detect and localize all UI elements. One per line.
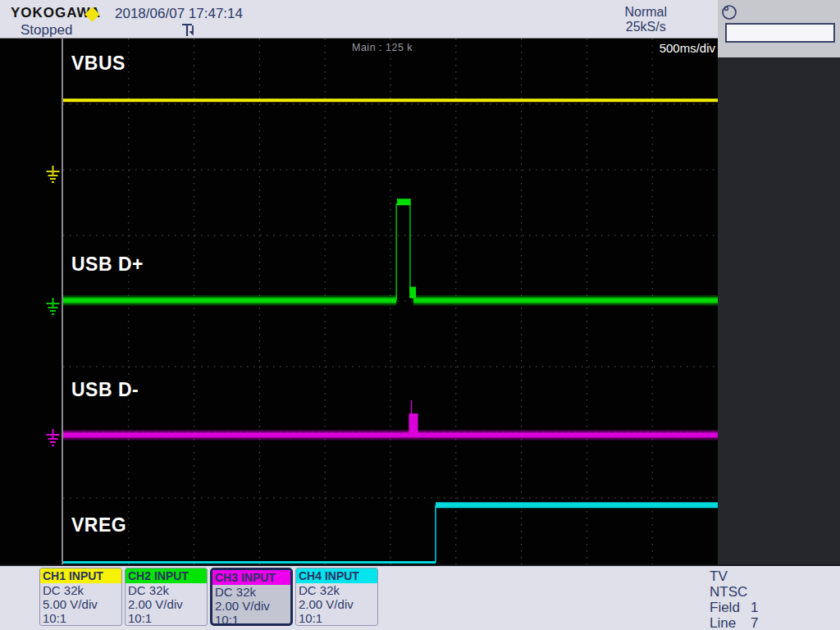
trace-label-usb-d-: USB D+ — [71, 253, 144, 276]
clock-icon — [720, 3, 738, 25]
line-label: Line — [710, 615, 751, 630]
trace-label-vbus: VBUS — [71, 52, 126, 75]
channel-header: CH3 INPUT — [212, 570, 290, 585]
field-label: Field — [710, 600, 751, 615]
ground-level-icon-ch1 — [45, 165, 61, 187]
trigger-standard: NTSC — [710, 584, 758, 600]
right-margin — [718, 57, 840, 564]
timebase-label: 500ms/div — [660, 41, 715, 55]
channel-scale: 5.00 V/div — [40, 597, 121, 611]
acquisition-panel — [718, 0, 840, 57]
sample-rate: 25kS/s — [624, 20, 667, 34]
channel-header: CH1 INPUT — [40, 568, 121, 583]
channel-coupling: DC 32k — [212, 585, 290, 599]
channel-scale: 2.00 V/div — [212, 599, 290, 613]
line-value: 7 — [751, 615, 758, 630]
channel-probe: 10:1 — [212, 613, 290, 626]
waveform-display: Main : 125 k 500ms/div VBUSUSB D+USB D-V… — [62, 39, 718, 564]
channel-probe: 10:1 — [296, 611, 377, 625]
trigger-settings-panel: TV NTSC Field1 Line7 — [710, 568, 758, 630]
record-length-label: Main : 125 k — [352, 42, 413, 53]
trigger-line: Line7 — [710, 615, 758, 630]
trigger-field: Field1 — [710, 600, 758, 615]
trace-label-usb-d-: USB D- — [71, 379, 139, 401]
channel-probe: 10:1 — [126, 611, 207, 625]
trigger-type: TV — [710, 568, 758, 584]
acquisition-status: Stopped — [21, 22, 72, 39]
oscilloscope-screen: YOKOGAWA 2018/06/07 17:47:14 Stopped Nor… — [0, 0, 840, 630]
trace-label-vreg: VREG — [71, 514, 126, 536]
channel-box-ch2[interactable]: CH2 INPUT DC 32k 2.00 V/div 10:1 — [125, 568, 208, 626]
channel-box-ch1[interactable]: CH1 INPUT DC 32k 5.00 V/div 10:1 — [39, 568, 122, 626]
channel-scale: 2.00 V/div — [296, 597, 377, 611]
datetime-display: 2018/06/07 17:47:14 — [115, 6, 243, 22]
channel-scale: 2.00 V/div — [126, 597, 207, 611]
waveform-canvas — [63, 39, 718, 564]
field-value: 1 — [751, 600, 758, 615]
trigger-mode: Normal — [624, 5, 667, 20]
channel-coupling: DC 32k — [126, 583, 207, 597]
channel-probe: 10:1 — [40, 611, 121, 625]
bottom-panel: CH1 INPUT DC 32k 5.00 V/div 10:1 CH2 INP… — [0, 564, 840, 630]
channel-coupling: DC 32k — [40, 583, 121, 597]
channel-header: CH4 INPUT — [296, 568, 377, 583]
channel-box-ch4[interactable]: CH4 INPUT DC 32k 2.00 V/div 10:1 — [295, 568, 378, 626]
ground-marker-column — [0, 39, 62, 564]
trigger-mode-block: Normal 25kS/s — [624, 5, 667, 34]
ground-level-icon-ch2 — [45, 297, 61, 319]
channel-header: CH2 INPUT — [126, 568, 207, 583]
header-bar: YOKOGAWA 2018/06/07 17:47:14 Stopped Nor… — [0, 0, 718, 39]
ground-level-icon-ch3 — [45, 428, 61, 450]
progress-bar — [725, 23, 835, 43]
channel-coupling: DC 32k — [296, 583, 377, 597]
channel-box-ch3[interactable]: CH3 INPUT DC 32k 2.00 V/div 10:1 — [210, 568, 293, 626]
